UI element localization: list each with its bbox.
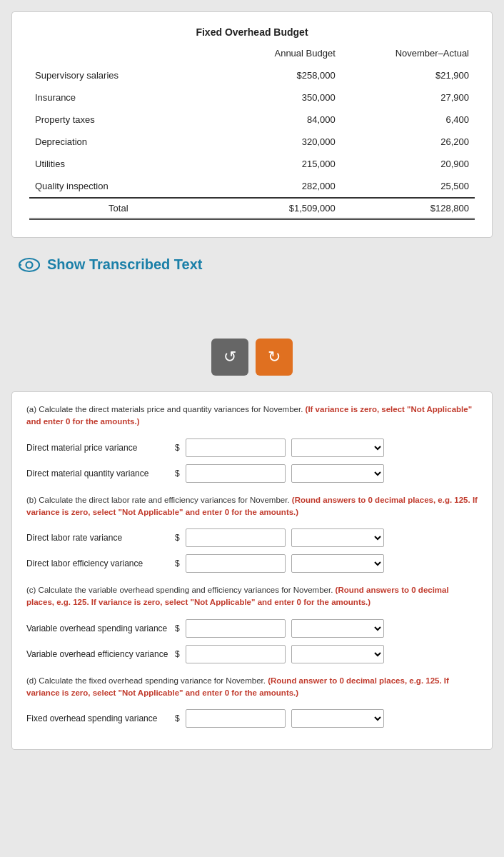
undo-button[interactable]: ↺ (211, 339, 248, 376)
row-november: 27,900 (341, 86, 475, 109)
row-annual: 282,000 (208, 175, 341, 198)
redo-icon: ↻ (268, 348, 281, 366)
budget-table: Fixed Overhead Budget Annual Budget Nove… (29, 26, 475, 220)
redo-button[interactable]: ↻ (256, 339, 293, 376)
row-label: Utilities (29, 153, 208, 175)
label-dmpv: Direct material price variance (26, 443, 169, 453)
label-dmqv: Direct material quantity variance (26, 468, 169, 478)
row-label: Quality inspection (29, 175, 208, 198)
section-b-instruction: (b) Calculate the direct labor rate and … (26, 494, 478, 519)
col-header-november: November–Actual (341, 45, 475, 64)
svg-point-1 (26, 261, 33, 268)
row-label: Supervisory salaries (29, 64, 208, 86)
select-voev[interactable]: FavorableUnfavorableNot Applicable (291, 645, 384, 663)
label-fosv: Fixed overhead spending variance (26, 713, 169, 723)
input-dmpv[interactable] (186, 438, 286, 457)
budget-table-card: Fixed Overhead Budget Annual Budget Nove… (11, 11, 493, 238)
row-november: 26,200 (341, 131, 475, 153)
total-label: Total (29, 198, 208, 219)
col-header-annual: Annual Budget (208, 45, 341, 64)
form-row-voev: Variable overhead efficiency variance $ … (26, 645, 478, 663)
total-annual: $1,509,000 (208, 198, 341, 219)
input-fosv[interactable] (186, 709, 286, 728)
dollar-dmpv: $ (175, 443, 180, 453)
table-total-row: Total $1,509,000 $128,800 (29, 198, 475, 219)
svg-point-0 (19, 259, 39, 271)
input-dlrv[interactable] (186, 528, 286, 547)
undo-icon: ↺ (223, 348, 236, 366)
form-row-fosv: Fixed overhead spending variance $ Favor… (26, 709, 478, 728)
table-caption: Fixed Overhead Budget (29, 26, 475, 45)
select-dlrv[interactable]: FavorableUnfavorableNot Applicable (291, 528, 384, 547)
input-vosv[interactable] (186, 619, 286, 638)
section-b: (b) Calculate the direct labor rate and … (26, 494, 478, 573)
row-annual: 350,000 (208, 86, 341, 109)
row-annual: 84,000 (208, 109, 341, 131)
table-row: Property taxes 84,000 6,400 (29, 109, 475, 131)
row-annual: 215,000 (208, 153, 341, 175)
transcribe-label: Show Transcribed Text (47, 256, 202, 273)
row-annual: $258,000 (208, 64, 341, 86)
select-dmpv[interactable]: FavorableUnfavorableNot Applicable (291, 438, 384, 457)
label-dlev: Direct labor efficiency variance (26, 558, 169, 568)
spacer (11, 291, 493, 320)
show-transcribed-button[interactable]: Show Transcribed Text (19, 256, 202, 273)
section-a-instruction: (a) Calculate the direct materials price… (26, 404, 478, 428)
section-a: (a) Calculate the direct materials price… (26, 404, 478, 483)
input-voev[interactable] (186, 645, 286, 663)
dollar-dmqv: $ (175, 468, 180, 478)
row-annual: 320,000 (208, 131, 341, 153)
form-row-dmqv: Direct material quantity variance $ Favo… (26, 464, 478, 483)
form-card: (a) Calculate the direct materials price… (11, 391, 493, 750)
select-dlev[interactable]: FavorableUnfavorableNot Applicable (291, 554, 384, 573)
form-row-vosv: Variable overhead spending variance $ Fa… (26, 619, 478, 638)
row-november: $21,900 (341, 64, 475, 86)
table-row: Depreciation 320,000 26,200 (29, 131, 475, 153)
label-vosv: Variable overhead spending variance (26, 623, 169, 633)
section-d-instruction: (d) Calculate the fixed overhead spendin… (26, 675, 478, 700)
row-label: Insurance (29, 86, 208, 109)
table-row: Quality inspection 282,000 25,500 (29, 175, 475, 198)
action-buttons-row: ↺ ↻ (11, 331, 493, 380)
dollar-dlev: $ (175, 558, 180, 568)
dollar-voev: $ (175, 649, 180, 659)
table-row: Insurance 350,000 27,900 (29, 86, 475, 109)
section-c-instruction: (c) Calculate the variable overhead spen… (26, 584, 478, 609)
eye-icon (19, 257, 40, 273)
select-fosv[interactable]: FavorableUnfavorableNot Applicable (291, 709, 384, 728)
dollar-dlrv: $ (175, 533, 180, 543)
label-dlrv: Direct labor rate variance (26, 533, 169, 543)
form-row-dlev: Direct labor efficiency variance $ Favor… (26, 554, 478, 573)
row-november: 25,500 (341, 175, 475, 198)
form-row-dmpv: Direct material price variance $ Favorab… (26, 438, 478, 457)
select-vosv[interactable]: FavorableUnfavorableNot Applicable (291, 619, 384, 638)
transcribe-section: Show Transcribed Text (11, 249, 493, 280)
form-row-dlrv: Direct labor rate variance $ FavorableUn… (26, 528, 478, 547)
row-label: Property taxes (29, 109, 208, 131)
section-c: (c) Calculate the variable overhead spen… (26, 584, 478, 663)
input-dmqv[interactable] (186, 464, 286, 483)
row-label: Depreciation (29, 131, 208, 153)
input-dlev[interactable] (186, 554, 286, 573)
dollar-fosv: $ (175, 713, 180, 723)
table-row: Utilities 215,000 20,900 (29, 153, 475, 175)
total-november: $128,800 (341, 198, 475, 219)
table-row: Supervisory salaries $258,000 $21,900 (29, 64, 475, 86)
section-d: (d) Calculate the fixed overhead spendin… (26, 675, 478, 728)
label-voev: Variable overhead efficiency variance (26, 649, 169, 659)
row-november: 20,900 (341, 153, 475, 175)
row-november: 6,400 (341, 109, 475, 131)
select-dmqv[interactable]: FavorableUnfavorableNot Applicable (291, 464, 384, 483)
dollar-vosv: $ (175, 623, 180, 633)
